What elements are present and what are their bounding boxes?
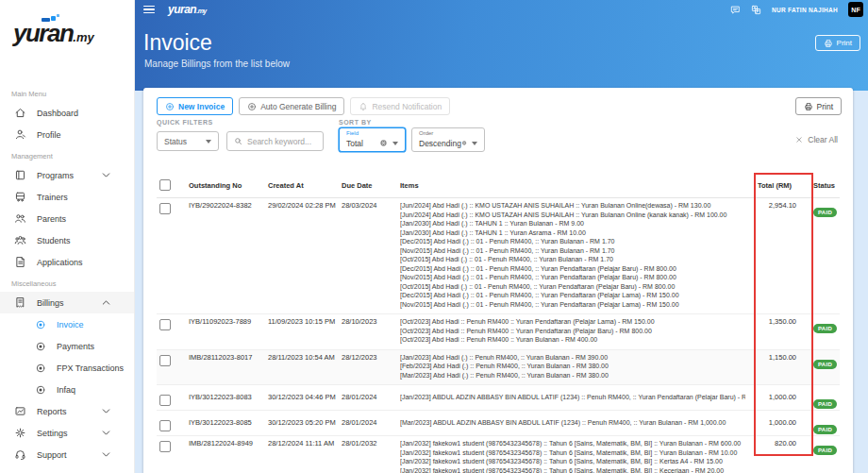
item-line: [Jan/2023] ABDUL ADZIN ABBASY BIN ABDUL … bbox=[400, 393, 745, 402]
search-input[interactable]: Search keyword... bbox=[226, 131, 324, 151]
search-icon bbox=[234, 137, 242, 145]
plus-circle-icon bbox=[247, 102, 257, 111]
resend-notification-button[interactable]: Resend Notification bbox=[350, 97, 450, 115]
sidebar-item-label: Payments bbox=[57, 342, 94, 351]
topbar-brand: yuran.my bbox=[168, 3, 207, 16]
hamburger-menu-icon[interactable] bbox=[143, 4, 155, 16]
page-subtitle: Manage Billings from the list below bbox=[144, 59, 290, 69]
sidebar-item-label: Programs bbox=[37, 171, 74, 180]
item-line: [Dec/2015] Abd Hadi (.) :: 01 - Penuh RM… bbox=[400, 264, 745, 274]
clear-all-button[interactable]: Clear All bbox=[795, 135, 838, 144]
item-line: [Feb/2023] Abd Hadi (.) :: Penuh RM400, … bbox=[400, 362, 745, 371]
user-name[interactable]: NUR FATIN NAJIHAH bbox=[772, 7, 838, 13]
topbar-actions: NUR FATIN NAJIHAH NF bbox=[730, 2, 868, 17]
due-date-cell: 28/01/2032 bbox=[342, 439, 400, 473]
sidebar-item-billings[interactable]: Billings bbox=[0, 292, 134, 313]
auto-generate-billing-button[interactable]: Auto Generate Billing bbox=[239, 97, 344, 115]
avatar[interactable]: NF bbox=[848, 2, 863, 17]
sidebar-item-dashboard[interactable]: Dashboard bbox=[0, 102, 134, 124]
app-logo: yuran.my bbox=[13, 19, 94, 62]
book-icon bbox=[14, 169, 26, 181]
nav-section-label-management: Management bbox=[0, 145, 134, 164]
nav-section-label-miscellaneous: Miscellaneous bbox=[0, 273, 134, 292]
status-badge: PAID bbox=[813, 399, 837, 409]
clear-order-icon[interactable] bbox=[461, 139, 467, 147]
column-header-due-date: Due Date bbox=[342, 181, 400, 190]
sidebar-item-invoice[interactable]: Invoice bbox=[0, 313, 134, 335]
sidebar-item-infaq[interactable]: Infaq bbox=[0, 379, 134, 400]
card-print-button[interactable]: Print bbox=[795, 97, 842, 115]
row-checkbox[interactable] bbox=[159, 420, 171, 431]
chat-icon[interactable] bbox=[730, 5, 741, 15]
bell-icon bbox=[359, 102, 368, 111]
row-checkbox[interactable] bbox=[159, 395, 171, 406]
people-icon bbox=[14, 212, 26, 225]
caret-down-icon bbox=[472, 142, 477, 145]
column-header-total: Total (RM) bbox=[745, 181, 804, 190]
header-print-button[interactable]: Print bbox=[815, 35, 860, 51]
sidebar-item-applications[interactable]: Applications bbox=[0, 251, 134, 273]
table-row: IMB/28112023-801728/11/2023 10:54 AM28/1… bbox=[157, 350, 840, 386]
items-cell: [Jan/2023] Abd Hadi (.) :: Penuh RM400, … bbox=[400, 353, 745, 385]
row-checkbox[interactable] bbox=[159, 203, 171, 214]
sidebar: yuran.my Main MenuDashboardProfileManage… bbox=[0, 0, 135, 473]
due-date-cell: 28/01/2024 bbox=[342, 418, 400, 435]
sidebar-item-trainers[interactable]: Trainers bbox=[0, 186, 134, 208]
sidebar-item-label: Parents bbox=[37, 214, 66, 224]
row-checkbox[interactable] bbox=[159, 319, 171, 330]
item-line: [Nov/2015] Abd Hadi (.) :: 01 - Penuh RM… bbox=[400, 300, 745, 310]
printer-icon bbox=[824, 39, 833, 48]
sidebar-item-programs[interactable]: Programs bbox=[0, 164, 134, 186]
sidebar-item-label: Support bbox=[37, 450, 67, 460]
topbar: yuran.my NUR FATIN NAJIHAH NF bbox=[135, 0, 868, 19]
clear-field-icon[interactable] bbox=[379, 139, 388, 147]
sidebar-item-payments[interactable]: Payments bbox=[0, 335, 134, 357]
item-line: [Dec/2015] Abd Hadi (.) :: 01 - Penuh RM… bbox=[400, 237, 745, 246]
chevron-down-icon bbox=[100, 427, 112, 439]
sidebar-item-reports[interactable]: Reports bbox=[0, 400, 134, 422]
document-icon bbox=[14, 256, 26, 268]
sidebar-nav: Main MenuDashboardProfileManagementProgr… bbox=[0, 83, 134, 465]
items-cell: [Oct/2023] Abd Hadi :: Penuh RM400 :: Yu… bbox=[400, 317, 745, 349]
sidebar-item-fpx-transactions[interactable]: FPX Transactions bbox=[0, 357, 134, 379]
sidebar-item-settings[interactable]: Settings bbox=[0, 422, 134, 444]
field-value: Total bbox=[346, 139, 363, 148]
item-line: [Mar/2023] Abd Hadi (.) :: Penuh RM400, … bbox=[400, 371, 745, 380]
sidebar-item-students[interactable]: Students bbox=[0, 229, 134, 251]
sort-field-select[interactable]: Field Total bbox=[339, 127, 406, 152]
row-checkbox[interactable] bbox=[159, 355, 171, 366]
status-badge: PAID bbox=[813, 360, 837, 369]
invoice-table: Outstanding No Created At Due Date Items… bbox=[157, 173, 840, 473]
search-placeholder: Search keyword... bbox=[247, 137, 311, 146]
row-checkbox[interactable] bbox=[159, 441, 171, 452]
page-header: yuran.my NUR FATIN NAJIHAH NF Invoice Ma… bbox=[135, 0, 868, 91]
item-line: [Mar/2023] ABDUL ADZIN ABBASY BIN ABDUL … bbox=[400, 418, 745, 428]
items-cell: [Jan/2032] fakekow1 student (98765432345… bbox=[400, 439, 745, 473]
item-line: [Jan/2032] fakekow1 student (98765432345… bbox=[400, 457, 745, 466]
translate-icon[interactable] bbox=[751, 5, 761, 15]
created-at-cell: 28/11/2023 10:54 AM bbox=[268, 353, 342, 385]
table-row: IYB/30122023-808330/12/2023 04:46 PM28/0… bbox=[157, 385, 840, 411]
sidebar-item-profile[interactable]: Profile bbox=[0, 124, 134, 145]
status-badge: PAID bbox=[813, 208, 837, 217]
outstanding-no-cell: IYB/11092023-7889 bbox=[189, 317, 268, 349]
quick-filters-label: QUICK FILTERS bbox=[157, 119, 213, 126]
total-cell: 820.00 bbox=[745, 439, 804, 473]
sidebar-item-label: Settings bbox=[37, 429, 68, 438]
column-header-created-at: Created At bbox=[268, 181, 342, 190]
select-all-checkbox[interactable] bbox=[159, 179, 171, 191]
item-line: [Jan/2032] fakekow1 student (98765432345… bbox=[400, 448, 745, 458]
item-line: [Nov/2015] Abd Hadi (.) :: 01 - Penuh RM… bbox=[400, 246, 745, 256]
chart-icon bbox=[14, 405, 26, 417]
status-filter-select[interactable]: Status bbox=[157, 131, 219, 151]
sidebar-item-label: FPX Transactions bbox=[57, 363, 124, 373]
sidebar-item-parents[interactable]: Parents bbox=[0, 208, 134, 229]
item-line: [Dec/2015] Abd Hadi (.) :: 01 - Penuh RM… bbox=[400, 291, 745, 300]
item-line: [Oct/2023] Abd Hadi :: Penuh RM400 :: Yu… bbox=[400, 317, 745, 327]
outstanding-no-cell: IYB/30122023-8085 bbox=[189, 418, 268, 435]
caret-down-icon bbox=[392, 142, 398, 145]
sort-order-select[interactable]: Order Descending bbox=[411, 127, 485, 152]
sidebar-item-label: Profile bbox=[37, 130, 61, 140]
new-invoice-button[interactable]: New Invoice bbox=[157, 97, 233, 115]
sidebar-item-support[interactable]: Support bbox=[0, 444, 134, 465]
